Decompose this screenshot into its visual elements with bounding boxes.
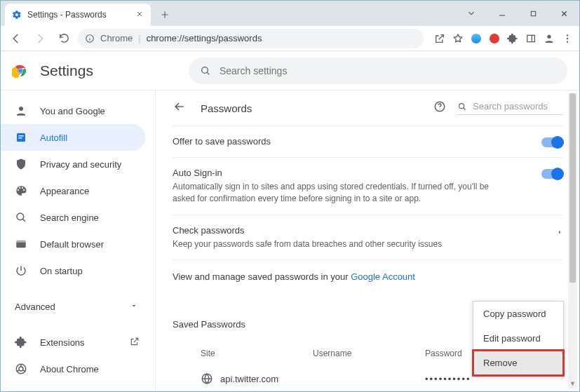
scrollbar[interactable]: ▲ ▼ [568,93,577,388]
share-icon[interactable] [433,32,446,45]
gaccount-prefix: View and manage saved passwords in your [173,271,351,282]
power-icon [15,264,27,277]
auto-signin-desc: Automatically sign in to sites and apps … [173,181,509,205]
sidebar-advanced[interactable]: Advanced [1,292,155,320]
col-site: Site [201,349,313,358]
sidebar-item-label: Default browser [40,239,104,250]
profile-icon[interactable] [543,32,555,45]
google-account-link[interactable]: Google Account [351,271,415,282]
reload-button[interactable] [54,29,74,48]
context-edit-password[interactable]: Edit password [473,326,563,351]
auto-signin-toggle[interactable] [541,169,562,179]
saved-title: Saved Passwords [173,319,245,330]
context-copy-password[interactable]: Copy password [473,302,563,326]
svg-point-15 [17,213,24,220]
sidebar-item-label: Autofill [40,133,67,143]
sidebar-item-label: Search engine [40,212,99,223]
search-icon [15,211,27,224]
person-icon [15,104,27,117]
svg-rect-14 [18,137,22,139]
sidebar-item-label: Privacy and security [40,159,121,170]
globe-icon [201,372,213,385]
svg-point-19 [19,367,23,371]
chrome-logo-icon [12,62,29,79]
check-passwords-title: Check passwords [173,225,557,236]
svg-point-4 [567,34,568,36]
search-settings[interactable] [189,58,567,84]
svg-point-6 [567,41,568,42]
sidebar-item-appearance[interactable]: Appearance [1,177,145,204]
context-remove[interactable]: Remove [473,351,563,375]
search-icon [200,65,211,76]
search-settings-input[interactable] [220,65,556,76]
svg-point-11 [19,107,23,111]
gear-icon [12,10,22,20]
extension-globe-icon[interactable] [470,32,483,45]
search-passwords[interactable]: Search passwords [457,101,562,115]
caret-down-icon [130,302,138,312]
site-value: api.twitter.com [220,374,278,384]
offer-save-label: Offer to save passwords [173,136,541,147]
scroll-thumb[interactable] [569,93,576,283]
close-window-button[interactable] [548,3,579,24]
context-menu: Copy password Edit password Remove [473,301,564,376]
sidebar-item-search-engine[interactable]: Search engine [1,204,145,231]
shield-icon [15,158,27,170]
back-arrow-button[interactable] [173,100,187,116]
search-passwords-placeholder: Search passwords [473,101,548,111]
auto-signin-row: Auto Sign-in Automatically sign in to si… [173,157,562,215]
close-tab-icon[interactable] [135,10,144,20]
minimize-button[interactable] [487,3,518,24]
back-button[interactable] [6,29,26,48]
sidebar-item-default-browser[interactable]: Default browser [1,231,145,257]
svg-rect-0 [531,11,535,15]
check-passwords-row[interactable]: Check passwords Keep your passwords safe… [173,215,562,260]
sidebar-item-label: About Chrome [40,364,99,374]
toolbar-icons [428,32,574,45]
side-panel-icon[interactable] [525,32,537,45]
help-icon[interactable] [433,100,446,116]
chevron-down-icon[interactable] [456,3,487,24]
browser-tab[interactable]: Settings - Passwords [5,4,151,26]
new-tab-button[interactable] [155,5,175,25]
sidebar-item-about[interactable]: About Chrome [1,356,145,382]
settings-header: Settings [1,51,579,90]
palette-icon [15,184,27,197]
title-bar: Settings - Passwords [1,1,579,26]
autofill-icon [15,131,27,144]
sidebar-item-label: Extensions [40,337,85,348]
scheme-label: Chrome [100,33,133,43]
address-bar[interactable]: Chrome | chrome://settings/passwords [78,29,424,48]
auto-signin-title: Auto Sign-in [173,168,541,178]
forward-button[interactable] [30,29,50,48]
chrome-icon [15,363,27,375]
url-text: chrome://settings/passwords [147,33,262,43]
page-title: Settings [40,62,93,79]
tab-title: Settings - Passwords [27,10,107,20]
check-passwords-desc: Keep your passwords safe from data breac… [173,238,509,250]
offer-save-toggle[interactable] [541,137,562,147]
sidebar-item-on-startup[interactable]: On startup [1,257,145,284]
section-title: Passwords [201,102,252,114]
extensions-icon[interactable] [506,32,519,45]
sidebar-item-extensions[interactable]: Extensions [1,329,145,356]
extension-red-icon[interactable] [488,32,501,45]
advanced-label: Advanced [15,302,55,312]
menu-icon[interactable] [561,32,574,45]
star-icon[interactable] [452,32,464,45]
svg-point-3 [547,34,551,38]
sidebar-item-you-and-google[interactable]: You and Google [1,97,145,124]
sidebar-item-privacy[interactable]: Privacy and security [1,151,145,177]
maximize-button[interactable] [518,3,548,24]
toolbar: Chrome | chrome://settings/passwords [1,26,579,51]
sidebar: You and Google Autofill Privacy and secu… [1,90,155,391]
main-content: Passwords Search passwords Offer to save… [155,90,579,391]
puzzle-icon [15,336,27,349]
info-icon [85,34,95,43]
svg-point-10 [202,67,208,73]
sidebar-item-autofill[interactable]: Autofill [1,124,145,151]
svg-rect-17 [16,241,26,243]
svg-rect-13 [18,135,24,137]
scroll-down-icon[interactable]: ▼ [568,379,577,388]
offer-save-row: Offer to save passwords [173,126,562,157]
